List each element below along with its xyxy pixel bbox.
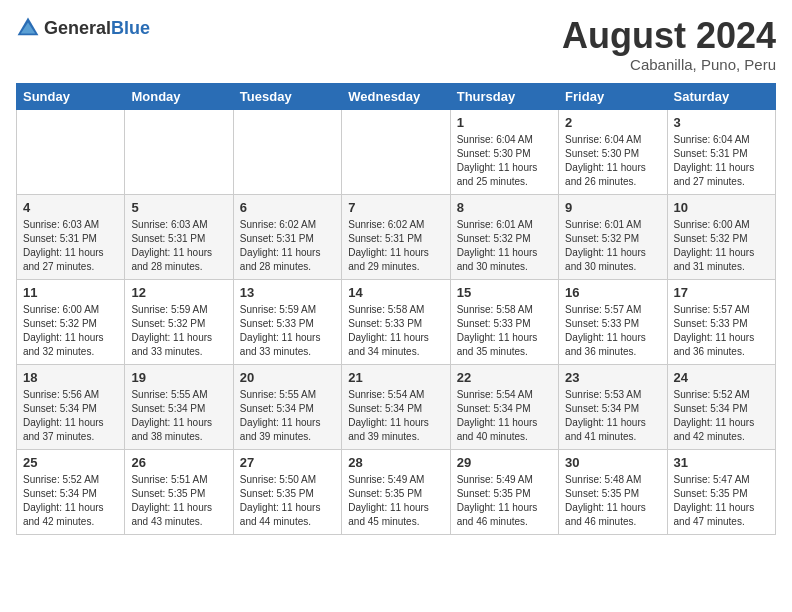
day-number: 24 <box>674 370 769 385</box>
subtitle: Cabanilla, Puno, Peru <box>562 56 776 73</box>
day-info: Sunrise: 5:52 AM Sunset: 5:34 PM Dayligh… <box>23 473 118 529</box>
day-info: Sunrise: 6:04 AM Sunset: 5:30 PM Dayligh… <box>457 133 552 189</box>
day-number: 22 <box>457 370 552 385</box>
calendar-cell: 21Sunrise: 5:54 AM Sunset: 5:34 PM Dayli… <box>342 364 450 449</box>
day-number: 12 <box>131 285 226 300</box>
calendar-cell: 19Sunrise: 5:55 AM Sunset: 5:34 PM Dayli… <box>125 364 233 449</box>
day-number: 8 <box>457 200 552 215</box>
calendar-cell: 16Sunrise: 5:57 AM Sunset: 5:33 PM Dayli… <box>559 279 667 364</box>
calendar-cell: 5Sunrise: 6:03 AM Sunset: 5:31 PM Daylig… <box>125 194 233 279</box>
week-row-4: 18Sunrise: 5:56 AM Sunset: 5:34 PM Dayli… <box>17 364 776 449</box>
week-row-1: 1Sunrise: 6:04 AM Sunset: 5:30 PM Daylig… <box>17 109 776 194</box>
title-block: August 2024 Cabanilla, Puno, Peru <box>562 16 776 73</box>
logo-text-general: General <box>44 18 111 38</box>
day-info: Sunrise: 6:01 AM Sunset: 5:32 PM Dayligh… <box>565 218 660 274</box>
day-number: 19 <box>131 370 226 385</box>
day-number: 23 <box>565 370 660 385</box>
calendar-cell: 1Sunrise: 6:04 AM Sunset: 5:30 PM Daylig… <box>450 109 558 194</box>
calendar-cell: 24Sunrise: 5:52 AM Sunset: 5:34 PM Dayli… <box>667 364 775 449</box>
day-number: 15 <box>457 285 552 300</box>
calendar-cell: 26Sunrise: 5:51 AM Sunset: 5:35 PM Dayli… <box>125 449 233 534</box>
calendar-cell: 31Sunrise: 5:47 AM Sunset: 5:35 PM Dayli… <box>667 449 775 534</box>
calendar-cell: 15Sunrise: 5:58 AM Sunset: 5:33 PM Dayli… <box>450 279 558 364</box>
calendar-cell: 20Sunrise: 5:55 AM Sunset: 5:34 PM Dayli… <box>233 364 341 449</box>
day-number: 7 <box>348 200 443 215</box>
calendar-cell: 18Sunrise: 5:56 AM Sunset: 5:34 PM Dayli… <box>17 364 125 449</box>
calendar-body: 1Sunrise: 6:04 AM Sunset: 5:30 PM Daylig… <box>17 109 776 534</box>
day-info: Sunrise: 5:59 AM Sunset: 5:32 PM Dayligh… <box>131 303 226 359</box>
day-number: 3 <box>674 115 769 130</box>
calendar-cell: 27Sunrise: 5:50 AM Sunset: 5:35 PM Dayli… <box>233 449 341 534</box>
header-day-saturday: Saturday <box>667 83 775 109</box>
calendar-header: SundayMondayTuesdayWednesdayThursdayFrid… <box>17 83 776 109</box>
day-info: Sunrise: 6:00 AM Sunset: 5:32 PM Dayligh… <box>23 303 118 359</box>
day-number: 11 <box>23 285 118 300</box>
calendar-cell: 12Sunrise: 5:59 AM Sunset: 5:32 PM Dayli… <box>125 279 233 364</box>
calendar-cell <box>17 109 125 194</box>
calendar-cell: 7Sunrise: 6:02 AM Sunset: 5:31 PM Daylig… <box>342 194 450 279</box>
day-info: Sunrise: 6:02 AM Sunset: 5:31 PM Dayligh… <box>348 218 443 274</box>
calendar-cell: 8Sunrise: 6:01 AM Sunset: 5:32 PM Daylig… <box>450 194 558 279</box>
day-number: 31 <box>674 455 769 470</box>
logo-text-blue: Blue <box>111 18 150 38</box>
day-number: 4 <box>23 200 118 215</box>
day-info: Sunrise: 5:54 AM Sunset: 5:34 PM Dayligh… <box>457 388 552 444</box>
header-day-wednesday: Wednesday <box>342 83 450 109</box>
day-info: Sunrise: 6:02 AM Sunset: 5:31 PM Dayligh… <box>240 218 335 274</box>
day-info: Sunrise: 6:04 AM Sunset: 5:31 PM Dayligh… <box>674 133 769 189</box>
day-info: Sunrise: 5:48 AM Sunset: 5:35 PM Dayligh… <box>565 473 660 529</box>
day-info: Sunrise: 6:01 AM Sunset: 5:32 PM Dayligh… <box>457 218 552 274</box>
calendar-cell: 14Sunrise: 5:58 AM Sunset: 5:33 PM Dayli… <box>342 279 450 364</box>
day-info: Sunrise: 5:51 AM Sunset: 5:35 PM Dayligh… <box>131 473 226 529</box>
calendar-cell <box>233 109 341 194</box>
calendar-cell: 6Sunrise: 6:02 AM Sunset: 5:31 PM Daylig… <box>233 194 341 279</box>
day-number: 14 <box>348 285 443 300</box>
calendar-cell: 10Sunrise: 6:00 AM Sunset: 5:32 PM Dayli… <box>667 194 775 279</box>
calendar-cell: 30Sunrise: 5:48 AM Sunset: 5:35 PM Dayli… <box>559 449 667 534</box>
day-number: 30 <box>565 455 660 470</box>
week-row-2: 4Sunrise: 6:03 AM Sunset: 5:31 PM Daylig… <box>17 194 776 279</box>
day-info: Sunrise: 5:49 AM Sunset: 5:35 PM Dayligh… <box>348 473 443 529</box>
day-number: 27 <box>240 455 335 470</box>
day-number: 29 <box>457 455 552 470</box>
header-day-sunday: Sunday <box>17 83 125 109</box>
calendar-cell: 25Sunrise: 5:52 AM Sunset: 5:34 PM Dayli… <box>17 449 125 534</box>
main-title: August 2024 <box>562 16 776 56</box>
week-row-5: 25Sunrise: 5:52 AM Sunset: 5:34 PM Dayli… <box>17 449 776 534</box>
calendar-cell: 11Sunrise: 6:00 AM Sunset: 5:32 PM Dayli… <box>17 279 125 364</box>
day-number: 25 <box>23 455 118 470</box>
day-info: Sunrise: 5:58 AM Sunset: 5:33 PM Dayligh… <box>457 303 552 359</box>
day-info: Sunrise: 5:53 AM Sunset: 5:34 PM Dayligh… <box>565 388 660 444</box>
day-info: Sunrise: 5:49 AM Sunset: 5:35 PM Dayligh… <box>457 473 552 529</box>
header-day-monday: Monday <box>125 83 233 109</box>
day-number: 16 <box>565 285 660 300</box>
day-number: 18 <box>23 370 118 385</box>
calendar-cell: 22Sunrise: 5:54 AM Sunset: 5:34 PM Dayli… <box>450 364 558 449</box>
day-number: 20 <box>240 370 335 385</box>
day-number: 13 <box>240 285 335 300</box>
day-number: 21 <box>348 370 443 385</box>
day-number: 26 <box>131 455 226 470</box>
day-info: Sunrise: 5:58 AM Sunset: 5:33 PM Dayligh… <box>348 303 443 359</box>
day-info: Sunrise: 5:55 AM Sunset: 5:34 PM Dayligh… <box>240 388 335 444</box>
header-day-thursday: Thursday <box>450 83 558 109</box>
day-info: Sunrise: 5:52 AM Sunset: 5:34 PM Dayligh… <box>674 388 769 444</box>
calendar-cell: 2Sunrise: 6:04 AM Sunset: 5:30 PM Daylig… <box>559 109 667 194</box>
day-info: Sunrise: 5:47 AM Sunset: 5:35 PM Dayligh… <box>674 473 769 529</box>
day-info: Sunrise: 5:54 AM Sunset: 5:34 PM Dayligh… <box>348 388 443 444</box>
day-info: Sunrise: 5:57 AM Sunset: 5:33 PM Dayligh… <box>674 303 769 359</box>
calendar-cell: 4Sunrise: 6:03 AM Sunset: 5:31 PM Daylig… <box>17 194 125 279</box>
calendar-cell: 28Sunrise: 5:49 AM Sunset: 5:35 PM Dayli… <box>342 449 450 534</box>
day-number: 1 <box>457 115 552 130</box>
calendar-cell: 17Sunrise: 5:57 AM Sunset: 5:33 PM Dayli… <box>667 279 775 364</box>
day-info: Sunrise: 5:59 AM Sunset: 5:33 PM Dayligh… <box>240 303 335 359</box>
day-info: Sunrise: 6:03 AM Sunset: 5:31 PM Dayligh… <box>131 218 226 274</box>
day-info: Sunrise: 5:57 AM Sunset: 5:33 PM Dayligh… <box>565 303 660 359</box>
header-day-tuesday: Tuesday <box>233 83 341 109</box>
day-number: 6 <box>240 200 335 215</box>
day-number: 5 <box>131 200 226 215</box>
day-number: 10 <box>674 200 769 215</box>
day-number: 9 <box>565 200 660 215</box>
day-number: 2 <box>565 115 660 130</box>
calendar-table: SundayMondayTuesdayWednesdayThursdayFrid… <box>16 83 776 535</box>
